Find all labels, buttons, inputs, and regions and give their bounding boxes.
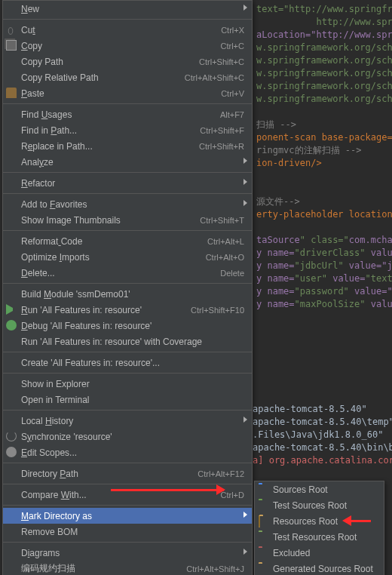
menu-item[interactable]: Show in Explorer <box>3 376 252 392</box>
menu-item[interactable]: Remove BOM <box>3 524 252 540</box>
menu-item-label: Cut <box>21 25 221 35</box>
ico-gear-icon <box>6 447 17 457</box>
menu-item[interactable]: Delete...Delete <box>3 265 252 281</box>
menu-item[interactable]: Compare With...Ctrl+D <box>3 487 252 503</box>
menu-item-label: Debug 'All Features in: resource' <box>21 321 244 331</box>
menu-item[interactable]: Diagrams <box>3 545 252 561</box>
menu-shortcut: Ctrl+C <box>221 42 244 51</box>
menu-shortcut: Alt+F7 <box>220 110 244 119</box>
menu-item-label: Find in Path... <box>21 125 200 136</box>
folder-icon <box>259 564 268 572</box>
menu-item-label: Directory Path <box>21 469 198 479</box>
menu-item[interactable]: Analyze <box>3 154 252 170</box>
menu-item[interactable]: Mark Directory as <box>3 508 252 524</box>
submenu-item-label: Test Resources Root <box>273 532 357 543</box>
menu-item-label: Delete... <box>21 268 220 278</box>
menu-item-label: Paste <box>21 88 221 99</box>
submenu-arrow-icon <box>243 158 247 164</box>
menu-item-label: Copy <box>21 41 221 51</box>
menu-item-label: Copy Path <box>21 57 199 67</box>
submenu-item-label: Test Sources Root <box>273 500 347 511</box>
ico-debug-icon <box>6 320 17 331</box>
menu-shortcut: Ctrl+Alt+Shift+C <box>185 73 244 82</box>
ico-cut-icon <box>6 24 17 35</box>
menu-item[interactable]: Run 'All Features in: resource' with Cov… <box>3 334 252 349</box>
submenu-item-label: Sources Root <box>273 484 328 495</box>
menu-item-label: Reformat Code <box>21 236 207 247</box>
menu-item[interactable]: Edit Scopes... <box>3 444 252 460</box>
submenu-arrow-icon <box>243 179 247 185</box>
folder-icon <box>259 484 268 493</box>
menu-item-label: Refactor <box>21 178 244 189</box>
menu-shortcut: Ctrl+Shift+T <box>200 216 244 225</box>
menu-item[interactable]: Refactor <box>3 175 252 191</box>
menu-shortcut: Ctrl+Alt+L <box>207 237 244 246</box>
menu-shortcut: Ctrl+Shift+C <box>199 57 244 66</box>
menu-item[interactable]: Copy PathCtrl+Shift+C <box>3 54 252 69</box>
submenu-item[interactable]: Test Resources Root <box>255 529 384 545</box>
menu-shortcut: Ctrl+D <box>221 490 244 500</box>
menu-item[interactable]: Reformat CodeCtrl+Alt+L <box>3 233 252 249</box>
menu-item[interactable]: Add to Favorites <box>3 196 252 212</box>
submenu-item[interactable]: Test Sources Root <box>255 497 384 513</box>
folder-icon <box>259 500 268 509</box>
menu-item-label: Local History <box>21 416 244 426</box>
submenu-arrow-icon <box>243 549 247 555</box>
menu-item[interactable]: CutCtrl+X <box>3 22 252 38</box>
menu-item[interactable]: Synchronize 'resource' <box>3 429 252 444</box>
menu-item[interactable]: Local History <box>3 413 252 429</box>
menu-shortcut: Ctrl+Alt+F12 <box>198 469 244 478</box>
ico-sync-icon <box>6 431 17 441</box>
menu-shortcut: Ctrl+Alt+O <box>206 253 244 262</box>
menu-item[interactable]: Directory PathCtrl+Alt+F12 <box>3 466 252 481</box>
menu-item[interactable]: CopyCtrl+C <box>3 38 252 54</box>
ico-run-icon <box>6 304 17 315</box>
submenu-item[interactable]: Generated Sources Root <box>255 561 384 575</box>
menu-item[interactable]: Show Image ThumbnailsCtrl+Shift+T <box>3 212 252 228</box>
context-menu: NewCutCtrl+XCopyCtrl+CCopy PathCtrl+Shif… <box>2 0 253 575</box>
menu-item[interactable]: 编码规约扫描Ctrl+Alt+Shift+J <box>3 561 252 575</box>
menu-item[interactable]: Find UsagesAlt+F7 <box>3 106 252 122</box>
folder-icon <box>259 516 268 524</box>
menu-item-label: Run 'All Features in: resource' with Cov… <box>21 337 244 347</box>
menu-item[interactable]: Debug 'All Features in: resource' <box>3 318 252 334</box>
menu-item[interactable]: New <box>3 1 252 17</box>
menu-item-label: New <box>21 4 244 14</box>
submenu-arrow-icon <box>243 200 247 206</box>
menu-shortcut: Ctrl+Shift+F10 <box>191 306 244 315</box>
menu-item-label: Find Usages <box>21 109 220 120</box>
menu-item[interactable]: PasteCtrl+V <box>3 85 252 101</box>
menu-item-label: Remove BOM <box>21 527 244 537</box>
menu-shortcut: Ctrl+Shift+F <box>200 126 244 135</box>
submenu-item[interactable]: Resources Root <box>255 513 384 529</box>
menu-shortcut: Ctrl+X <box>221 26 244 35</box>
menu-item-label: Analyze <box>21 157 244 168</box>
submenu-item-label: Resources Root <box>273 516 338 527</box>
ico-paste-icon <box>6 88 17 98</box>
console-output: apache-tomcat-8.5.40" apache-tomcat-8.5.… <box>253 377 392 467</box>
menu-item-label: 编码规约扫描 <box>21 562 186 575</box>
ico-copy-icon <box>6 40 17 51</box>
menu-item-label: Show in Explorer <box>21 379 244 389</box>
menu-item-label: Replace in Path... <box>21 141 199 152</box>
menu-item[interactable]: Run 'All Features in: resource'Ctrl+Shif… <box>3 302 252 318</box>
folder-icon <box>259 532 268 540</box>
menu-item[interactable]: Copy Relative PathCtrl+Alt+Shift+C <box>3 69 252 85</box>
submenu-item[interactable]: Excluded <box>255 545 384 561</box>
submenu-item[interactable]: Sources Root <box>255 481 384 497</box>
menu-item[interactable]: Open in Terminal <box>3 392 252 407</box>
menu-item-label: Create 'All Features in: resource'... <box>21 358 244 368</box>
submenu-item-label: Excluded <box>273 548 310 558</box>
menu-item-label: Run 'All Features in: resource' <box>21 305 191 315</box>
menu-item[interactable]: Find in Path...Ctrl+Shift+F <box>3 122 252 138</box>
menu-item[interactable]: Replace in Path...Ctrl+Shift+R <box>3 138 252 154</box>
menu-shortcut: Ctrl+Shift+R <box>199 142 244 151</box>
menu-shortcut: Delete <box>220 269 244 278</box>
menu-item[interactable]: Create 'All Features in: resource'... <box>3 355 252 371</box>
submenu-item-label: Generated Sources Root <box>273 564 373 574</box>
submenu-arrow-icon <box>243 417 247 423</box>
menu-item-label: Show Image Thumbnails <box>21 215 200 226</box>
menu-item[interactable]: Optimize ImportsCtrl+Alt+O <box>3 249 252 265</box>
menu-item[interactable]: Build Module 'ssmDemo01' <box>3 286 252 302</box>
menu-item-label: Add to Favorites <box>21 199 244 210</box>
